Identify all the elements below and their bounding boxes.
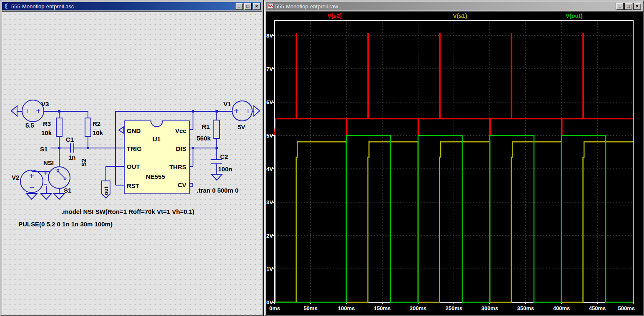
- legend-v-s2-[interactable]: V(s2): [328, 13, 342, 19]
- label-r3[interactable]: R3: [43, 120, 51, 127]
- x-tick-label: 50ms: [303, 305, 317, 311]
- pin-rst: RST: [127, 182, 139, 189]
- maximize-button[interactable]: □: [624, 3, 632, 10]
- x-tick-label: 250ms: [446, 305, 462, 311]
- directive-tran[interactable]: .tran 0 500m 0: [197, 187, 238, 194]
- ic-refdes: U1: [153, 135, 160, 143]
- directive-model[interactable]: .model NSI SW(Ron=1 Roff=70k Vt=1 Vh=0.1…: [61, 208, 194, 215]
- switch-s1[interactable]: [44, 167, 70, 188]
- x-tick-label: 450ms: [589, 305, 606, 311]
- ground-flag-right-icon[interactable]: [254, 106, 260, 116]
- ltspice-schematic-icon: [3, 3, 10, 10]
- resistor-r2[interactable]: [85, 118, 91, 136]
- ground-flag-switch-ctrl-icon[interactable]: [41, 193, 52, 199]
- close-button[interactable]: ×: [253, 3, 261, 10]
- x-tick-label: 100ms: [338, 305, 355, 311]
- label-r2[interactable]: R2: [93, 120, 100, 127]
- value-c2[interactable]: 100n: [218, 166, 232, 173]
- legend-v-s1-[interactable]: V(s1): [453, 13, 467, 19]
- x-tick-label: 350ms: [517, 305, 534, 311]
- label-v1[interactable]: V1: [223, 100, 231, 108]
- minimize-button[interactable]: _: [235, 3, 243, 10]
- net-label-s2[interactable]: S2: [80, 159, 87, 166]
- net-flag-out[interactable]: out: [102, 181, 110, 198]
- x-tick-label: 200ms: [410, 305, 426, 311]
- source-v2[interactable]: [20, 170, 43, 193]
- y-tick-label: 0V: [266, 299, 273, 306]
- label-v2[interactable]: V2: [12, 174, 19, 181]
- value-r3[interactable]: 10k: [41, 129, 52, 136]
- x-tick-label: 0ms: [269, 305, 280, 311]
- y-tick-label: 4V: [266, 166, 273, 172]
- net-label-s1[interactable]: S1: [40, 145, 48, 153]
- x-tick-label: 500ms: [618, 305, 635, 311]
- capacitor-c2[interactable]: [211, 160, 222, 164]
- label-c1[interactable]: C1: [66, 136, 74, 143]
- value-c1[interactable]: 1n: [68, 154, 76, 161]
- y-tick-label: 6V: [266, 99, 273, 105]
- source-v1[interactable]: [232, 101, 252, 121]
- resistor-r1[interactable]: [214, 120, 220, 138]
- label-switch[interactable]: S1: [64, 187, 71, 194]
- ground-flag-v2-icon[interactable]: [26, 193, 37, 199]
- legend-v-out-[interactable]: V(out): [566, 13, 582, 19]
- value-v1[interactable]: 5V: [238, 123, 245, 130]
- minimize-button[interactable]: _: [616, 3, 624, 10]
- cv-pin-open-square-icon: [190, 183, 193, 186]
- value-r2[interactable]: 10k: [93, 129, 103, 136]
- pin-trig: TRIG: [127, 145, 142, 152]
- source-v3[interactable]: [22, 100, 44, 122]
- directive-pulse[interactable]: PULSE(0 5.2 0 1n 1n 30m 100m): [18, 221, 113, 228]
- label-switch-model[interactable]: NSI: [43, 159, 54, 166]
- pin-out: OUT: [127, 163, 140, 170]
- ground-flag-switch-icon[interactable]: [54, 193, 65, 199]
- y-tick-label: 7V: [266, 66, 273, 72]
- waveform-window-title: 555-Monoflop-entprell.raw: [275, 3, 614, 10]
- close-button[interactable]: ×: [633, 3, 641, 10]
- pin-thrs: THRS: [169, 163, 186, 171]
- resistor-r3[interactable]: [56, 118, 62, 136]
- y-tick-label: 8V: [266, 33, 273, 39]
- y-tick-label: 3V: [266, 199, 273, 206]
- ground-flag-left-icon[interactable]: [11, 106, 17, 116]
- waveform-titlebar[interactable]: 555-Monoflop-entprell.raw _ □ ×: [266, 2, 642, 10]
- label-c2[interactable]: C2: [220, 153, 228, 160]
- value-v3[interactable]: 5.5: [25, 122, 34, 129]
- pin-vcc: Vcc: [175, 127, 186, 134]
- label-v3[interactable]: V3: [41, 100, 49, 108]
- pin-gnd: GND: [127, 127, 141, 134]
- y-tick-label: 1V: [266, 266, 273, 272]
- x-tick-label: 150ms: [374, 305, 391, 311]
- x-tick-label: 400ms: [553, 305, 570, 311]
- pin-dis: DIS: [176, 145, 186, 152]
- waveform-plot-area[interactable]: 0V1V2V3V4V5V6V7V8V0ms50ms100ms150ms200ms…: [266, 11, 643, 315]
- value-r1[interactable]: 560k: [197, 135, 211, 142]
- waveform-file-icon: [267, 3, 273, 10]
- net-label-out[interactable]: out: [103, 186, 109, 195]
- y-tick-label: 2V: [266, 233, 273, 239]
- schematic-window: 555-Monoflop-entprell.asc _ □ ×: [0, 0, 263, 316]
- x-tick-label: 300ms: [481, 305, 498, 311]
- pin-cv: CV: [178, 181, 186, 188]
- ground-flag-c2-icon[interactable]: [211, 174, 222, 180]
- maximize-button[interactable]: □: [244, 3, 252, 10]
- waveform-window: 555-Monoflop-entprell.raw _ □ × 0V1V2V3V…: [264, 0, 644, 316]
- schematic-canvas[interactable]: out V3 5.5 R3 10k R2 10k C1 1n S1 S2 NSI…: [2, 11, 262, 315]
- schematic-titlebar[interactable]: 555-Monoflop-entprell.asc _ □ ×: [2, 2, 261, 10]
- label-r1[interactable]: R1: [202, 123, 210, 130]
- y-tick-label: 5V: [266, 133, 273, 139]
- capacitor-c1[interactable]: [70, 143, 74, 153]
- ground-flag-gnd-pin-icon[interactable]: [119, 127, 124, 133]
- ic-part: NE555: [146, 173, 165, 180]
- schematic-window-title: 555-Monoflop-entprell.asc: [11, 3, 233, 10]
